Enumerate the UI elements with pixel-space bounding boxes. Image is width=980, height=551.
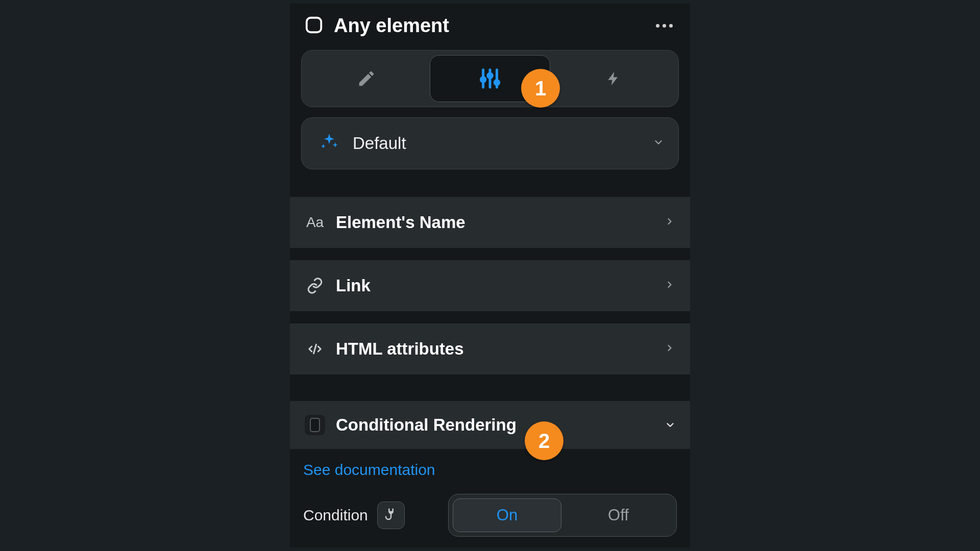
conditional-body: 2 See documentation Condition On Off xyxy=(290,449,690,537)
svg-point-2 xyxy=(481,78,485,82)
tab-actions[interactable] xyxy=(554,55,673,102)
callout-badge-2: 2 xyxy=(525,421,564,460)
see-documentation-link[interactable]: See documentation xyxy=(303,461,677,479)
chevron-down-icon xyxy=(653,137,664,150)
row-label: Element's Name xyxy=(336,213,665,232)
lightning-icon xyxy=(605,68,622,89)
row-html-attributes[interactable]: HTML attributes xyxy=(290,323,690,374)
chevron-down-icon xyxy=(661,419,677,431)
svg-rect-0 xyxy=(307,17,322,32)
property-list: Aa Element's Name Link xyxy=(290,197,690,449)
row-label: Link xyxy=(336,276,665,295)
row-label: Conditional Rendering xyxy=(336,415,664,435)
link-icon xyxy=(303,277,327,294)
svg-line-10 xyxy=(314,344,316,354)
condition-label: Condition xyxy=(303,507,368,524)
tab-segment: 1 xyxy=(301,50,679,107)
chevron-right-icon xyxy=(665,341,675,357)
tab-style[interactable] xyxy=(307,55,426,102)
condition-toggle: On Off xyxy=(448,494,677,537)
svg-point-5 xyxy=(488,73,492,78)
condition-off[interactable]: Off xyxy=(565,498,672,532)
row-link[interactable]: Link xyxy=(290,260,690,311)
text-aa-icon: Aa xyxy=(303,214,327,231)
chevron-right-icon xyxy=(665,278,675,294)
row-element-name[interactable]: Aa Element's Name xyxy=(290,197,690,248)
svg-point-8 xyxy=(495,80,499,84)
state-label: Default xyxy=(353,134,640,153)
bind-condition-button[interactable] xyxy=(377,502,405,529)
pencil-icon xyxy=(357,69,376,88)
row-label: HTML attributes xyxy=(336,339,665,359)
panel-title: Any element xyxy=(334,15,449,37)
more-icon[interactable] xyxy=(656,24,676,28)
conditional-toggle-icon xyxy=(303,415,327,435)
sparkle-icon xyxy=(319,132,339,155)
plug-icon xyxy=(383,507,399,524)
chevron-right-icon xyxy=(665,214,675,231)
inspector-panel: Any element xyxy=(290,4,690,547)
square-icon xyxy=(304,15,324,37)
callout-badge-1: 1 xyxy=(521,69,560,108)
row-conditional-rendering[interactable]: Conditional Rendering xyxy=(290,401,690,449)
sliders-icon xyxy=(478,67,502,90)
code-icon xyxy=(303,341,327,357)
condition-on[interactable]: On xyxy=(453,498,561,532)
state-dropdown[interactable]: Default xyxy=(301,117,679,169)
panel-header: Any element xyxy=(290,6,690,46)
